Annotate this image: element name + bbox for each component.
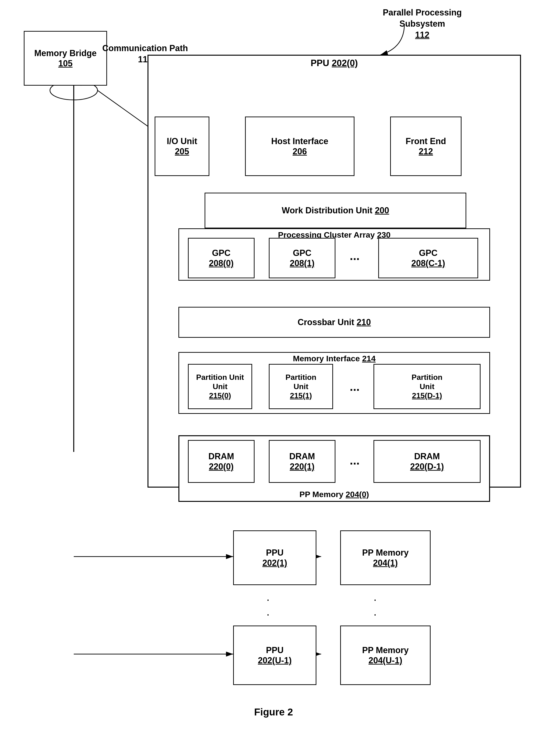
- dram1-label: DRAM 220(1): [289, 451, 315, 472]
- part0-label: Partition Unit 215(0) Unit215(0): [196, 373, 244, 400]
- pp-mem1-box: PP Memory204(1): [340, 530, 431, 585]
- gpc1-box: GPC 208(1): [269, 238, 335, 278]
- ppu1-box: PPU202(1): [233, 530, 316, 585]
- ppuU-box: PPU202(U-1): [233, 625, 316, 685]
- crossbar-box: Crossbar Unit 210: [178, 307, 490, 338]
- host-interface-box: Host Interface 206: [245, 117, 354, 176]
- crossbar-label: Crossbar Unit 210: [298, 317, 371, 327]
- gpcN-label: GPC 208(C-1): [411, 248, 445, 268]
- mem-iface-label: Memory Interface 214: [293, 354, 376, 363]
- diagram: Memory Bridge 105 Communication Path 113…: [0, 0, 560, 729]
- ppu0-label: PPU PPU 202(0)202(0): [311, 58, 358, 68]
- gpc0-label: GPC 208(0): [209, 248, 234, 268]
- ppu1-label: PPU202(1): [262, 547, 287, 568]
- pp-mem1-label: PP Memory204(1): [362, 547, 408, 568]
- gpc1-label: GPC 208(1): [290, 248, 314, 268]
- part0-box: Partition Unit 215(0) Unit215(0): [188, 364, 252, 409]
- pps-label: Parallel Processing Subsystem 112: [369, 7, 476, 40]
- gpcN-box: GPC 208(C-1): [378, 238, 478, 278]
- part-dots: ···: [350, 383, 360, 397]
- partN-box: PartitionUnit215(D-1): [373, 364, 481, 409]
- dramN-label: DRAM 220(D-1): [410, 451, 444, 472]
- part1-label: PartitionUnit215(1): [285, 373, 316, 400]
- io-unit-label: I/O Unit 205: [167, 136, 197, 157]
- memory-bridge-box: Memory Bridge 105: [24, 31, 107, 86]
- gpc-dots: ···: [350, 252, 360, 266]
- dram0-label: DRAM 220(0): [208, 451, 234, 472]
- dram-dots: ···: [350, 457, 360, 470]
- ppuU-label: PPU202(U-1): [258, 645, 292, 665]
- gpc0-box: GPC 208(0): [188, 238, 255, 278]
- dram0-box: DRAM 220(0): [188, 440, 255, 483]
- wdu-box: Work Distribution Unit 200: [205, 193, 466, 228]
- dram1-box: DRAM 220(1): [269, 440, 335, 483]
- host-interface-label: Host Interface 206: [271, 136, 328, 157]
- part1-box: PartitionUnit215(1): [269, 364, 333, 409]
- io-unit-box: I/O Unit 205: [155, 117, 209, 176]
- pp-mem0-label: PP Memory 204(0): [300, 490, 369, 499]
- dramN-box: DRAM 220(D-1): [373, 440, 481, 483]
- partN-label: PartitionUnit215(D-1): [412, 373, 442, 400]
- figure-caption: Figure 2: [202, 706, 345, 718]
- pp-memU-box: PP Memory204(U-1): [340, 625, 431, 685]
- wdu-label: Work Distribution Unit 200: [282, 205, 389, 216]
- front-end-box: Front End 212: [390, 117, 462, 176]
- front-end-label: Front End 212: [406, 136, 446, 157]
- memory-bridge-label: Memory Bridge 105: [34, 48, 97, 69]
- pp-memU-label: PP Memory204(U-1): [362, 645, 408, 665]
